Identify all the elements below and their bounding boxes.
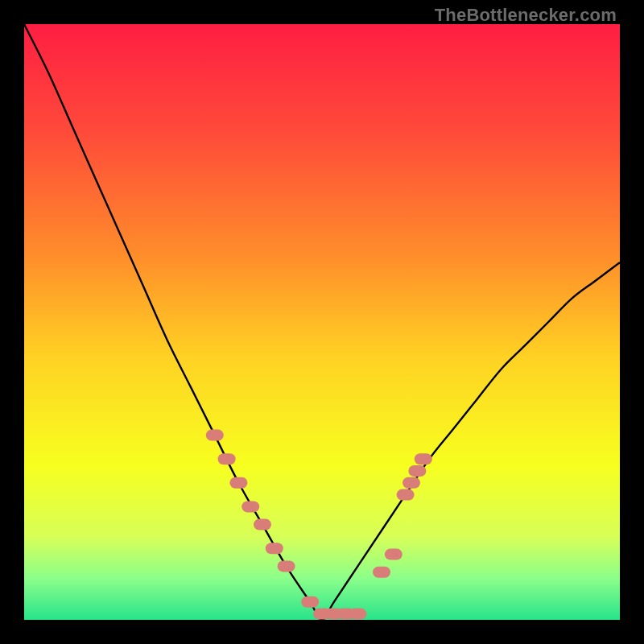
- marker-capsule: [266, 543, 283, 554]
- marker-capsule: [206, 430, 224, 441]
- marker-capsule: [385, 549, 402, 560]
- marker-capsule: [278, 560, 295, 572]
- marker-capsule: [254, 519, 271, 530]
- chart-frame: TheBottlenecker.com: [0, 0, 644, 644]
- marker-capsule: [229, 477, 247, 489]
- watermark-text: TheBottlenecker.com: [435, 5, 617, 26]
- marker-capsule: [301, 597, 319, 608]
- plot-area: [24, 24, 620, 620]
- marker-capsule: [397, 489, 415, 501]
- marker-capsule: [349, 609, 366, 620]
- marker-capsule: [408, 465, 426, 477]
- marker-capsule: [373, 567, 390, 578]
- marker-capsule: [218, 453, 236, 464]
- marker-capsule: [242, 501, 259, 512]
- chart-svg: [24, 24, 620, 620]
- gradient-background: [24, 24, 620, 620]
- marker-capsule: [402, 477, 420, 489]
- marker-capsule: [415, 453, 432, 464]
